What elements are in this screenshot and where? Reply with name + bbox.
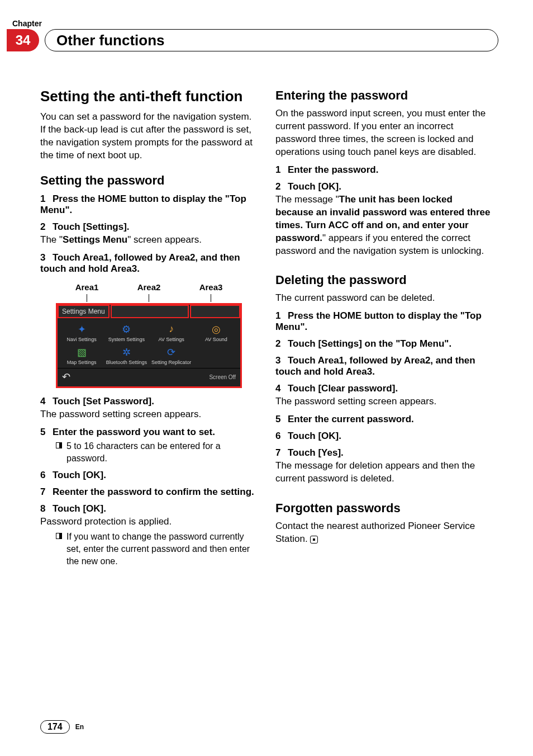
right-column: Entering the password On the password in… <box>275 88 493 567</box>
step: 6Touch [OK]. <box>275 431 493 442</box>
area-label: Area3 <box>199 282 223 292</box>
step: 2Touch [Settings]. <box>40 221 258 233</box>
step-text: Touch [Set Password]. <box>53 396 154 407</box>
language-code: En <box>75 723 84 731</box>
step: 3Touch Area1, followed by Area2, and the… <box>275 355 493 377</box>
chapter-title: Other functions <box>56 32 165 49</box>
step-result: The message "The unit has been locked be… <box>275 193 493 258</box>
step-result: The message for deletion appears and the… <box>275 460 493 485</box>
av-sound-icon: ◎AV Sound <box>196 323 237 343</box>
step-number: 1 <box>275 310 288 322</box>
av-settings-icon: ♪AV Settings <box>151 323 192 343</box>
settings-menu-screenshot: Settings Menu ✦Navi Settings ⚙System Set… <box>56 303 242 389</box>
body-paragraph: Contact the nearest authorized Pioneer S… <box>275 520 493 546</box>
map-settings-icon: ▧Map Settings <box>61 346 102 366</box>
area-label: Area1 <box>75 282 99 292</box>
chapter-label: Chapter <box>12 19 493 28</box>
step-text: Touch Area1, followed by Area2, and then… <box>40 252 240 274</box>
note-bullet: 5 to 16 characters can be entered for a … <box>56 440 258 464</box>
step-text: Enter the password you want to set. <box>53 427 215 437</box>
settings-menu-tab: Settings Menu <box>58 305 110 318</box>
area-label: Area2 <box>137 282 161 292</box>
body-paragraph: The current password can be deleted. <box>275 292 493 305</box>
step: 7Touch [Yes]. <box>275 447 493 459</box>
step-number: 3 <box>275 355 288 366</box>
step-text: Press the HOME button to display the "To… <box>40 193 246 215</box>
step-result: The "Settings Menu" screen appears. <box>40 234 258 247</box>
step: 1Press the HOME button to display the "T… <box>40 193 258 216</box>
area2-highlight <box>111 305 189 318</box>
step-number: 7 <box>40 486 53 498</box>
note-text: 5 to 16 characters can be entered for a … <box>66 440 258 464</box>
subsection-heading: Entering the password <box>275 88 493 103</box>
intro-paragraph: You can set a password for the navigatio… <box>40 111 258 162</box>
step: 5Enter the password you want to set. <box>40 427 258 438</box>
area-labels: Area1 Area2 Area3 <box>56 282 242 292</box>
step-text: Touch [OK]. <box>288 431 341 441</box>
step-number: 2 <box>275 181 288 192</box>
page-number: 174 <box>40 720 70 734</box>
system-settings-icon: ⚙System Settings <box>106 323 147 343</box>
section-end-icon <box>310 536 318 544</box>
step-result: The password setting screen appears. <box>40 408 258 421</box>
step-text: Touch [Settings] on the "Top Menu". <box>288 338 451 349</box>
setting-replicator-icon: ⟳Setting Replicator <box>151 346 192 366</box>
step-number: 8 <box>40 503 53 514</box>
step-number: 4 <box>40 396 53 407</box>
step: 3Touch Area1, followed by Area2, and the… <box>40 252 258 275</box>
step-number: 6 <box>40 470 53 481</box>
chapter-number-pill: 34 <box>7 29 39 51</box>
bullet-icon <box>56 442 62 448</box>
step: 1Enter the password. <box>275 164 493 176</box>
step: 8Touch [OK]. <box>40 503 258 514</box>
step-text: Touch [OK]. <box>288 181 341 192</box>
section-heading: Setting the anti-theft function <box>40 88 258 105</box>
step-number: 1 <box>275 164 288 176</box>
step-result: Password protection is applied. <box>40 516 258 528</box>
area-pointer-lines <box>56 294 242 302</box>
step: 4Touch [Clear password]. <box>275 383 493 394</box>
step-number: 3 <box>40 252 53 263</box>
step: 2Touch [Settings] on the "Top Menu". <box>275 338 493 349</box>
step: 2Touch [OK]. <box>275 181 493 192</box>
step-number: 6 <box>275 431 288 442</box>
step-text: Press the HOME button to display the "To… <box>275 310 482 332</box>
screen-off-label: Screen Off <box>209 374 236 380</box>
step-text: Enter the password. <box>288 164 378 175</box>
step-number: 4 <box>275 383 288 394</box>
back-icon: ↶ <box>62 371 70 383</box>
left-column: Setting the anti-theft function You can … <box>40 88 258 567</box>
step-text: Enter the current password. <box>288 414 414 424</box>
step-text: Touch Area1, followed by Area2, and then… <box>275 355 475 377</box>
step-number: 2 <box>275 338 288 349</box>
step-number: 1 <box>40 193 53 205</box>
step-result: The password setting screen appears. <box>275 395 493 408</box>
step-text: Touch [OK]. <box>53 503 106 514</box>
step-text: Touch [Yes]. <box>288 447 344 458</box>
step-text: Touch [Clear password]. <box>288 383 398 394</box>
bluetooth-settings-icon: ✲Bluetooth Settings <box>106 346 147 366</box>
body-paragraph: On the password input screen, you must e… <box>275 107 493 159</box>
navi-settings-icon: ✦Navi Settings <box>61 323 102 343</box>
step: 5Enter the current password. <box>275 414 493 425</box>
subsection-heading: Setting the password <box>40 173 258 188</box>
chapter-header: 34 Other functions <box>7 29 498 58</box>
step-number: 7 <box>275 447 288 459</box>
bullet-icon <box>56 533 62 539</box>
area3-highlight <box>190 305 240 318</box>
step-text: Touch [OK]. <box>53 470 106 480</box>
step-number: 2 <box>40 221 53 233</box>
empty-slot <box>196 346 237 366</box>
note-text: If you want to change the password curre… <box>66 531 258 567</box>
step-text: Reenter the password to confirm the sett… <box>53 486 254 497</box>
chapter-number: 34 <box>16 32 31 48</box>
note-bullet: If you want to change the password curre… <box>56 531 258 567</box>
subsection-heading: Deleting the password <box>275 273 493 287</box>
step: 6Touch [OK]. <box>40 470 258 481</box>
subsection-heading: Forgotten passwords <box>275 501 493 516</box>
step: 4Touch [Set Password]. <box>40 396 258 407</box>
step-number: 5 <box>40 427 53 438</box>
chapter-title-bar: Other functions <box>45 29 498 51</box>
step: 1Press the HOME button to display the "T… <box>275 310 493 333</box>
page-footer: 174 En <box>40 720 84 734</box>
